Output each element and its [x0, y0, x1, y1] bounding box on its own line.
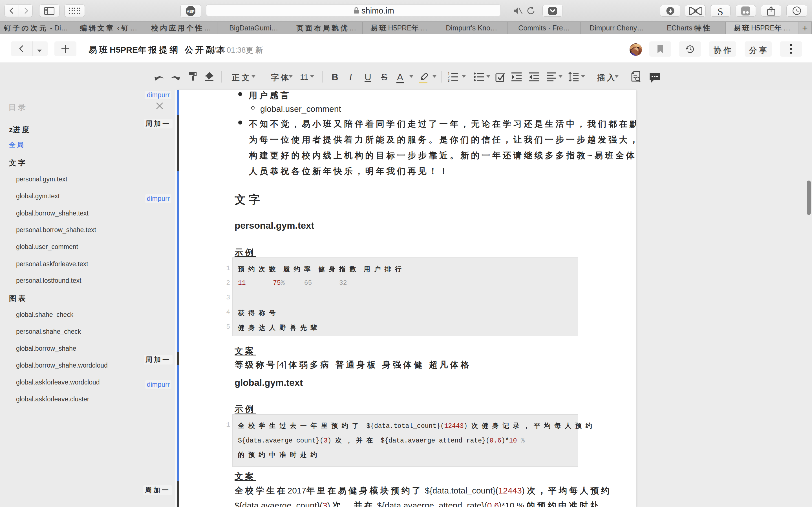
svg-text:ABP: ABP: [187, 9, 195, 13]
svg-text:3: 3: [448, 78, 450, 82]
